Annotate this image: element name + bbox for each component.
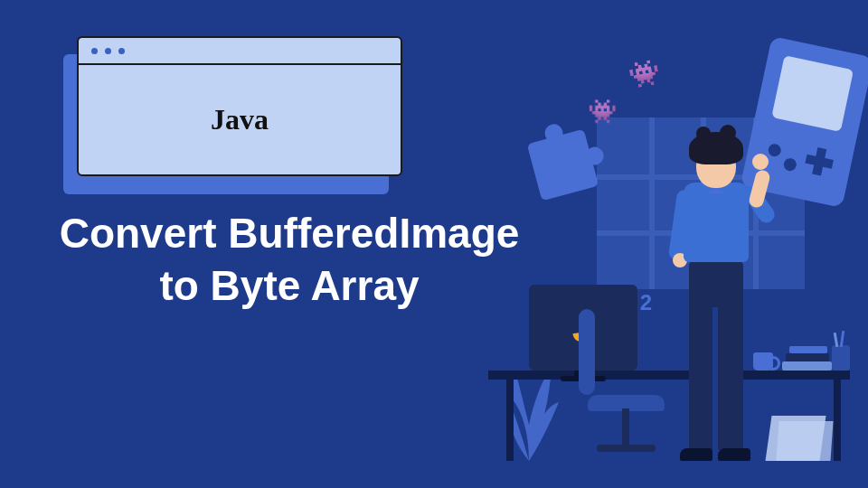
chair-icon — [579, 309, 595, 395]
card-header — [79, 38, 401, 65]
logo-superscript: 2 — [640, 290, 652, 315]
desk-leg-icon — [506, 380, 514, 461]
chair-icon — [597, 445, 656, 452]
card-body: Java — [79, 65, 401, 174]
chair-icon — [622, 408, 629, 445]
desk-leg-icon — [834, 380, 841, 461]
illustration: 👾 👾 J 2 — [488, 27, 850, 461]
person-illustration — [651, 127, 778, 461]
window-dot-icon — [118, 48, 125, 54]
puzzle-piece-icon — [527, 129, 599, 202]
space-invader-icon: 👾 — [588, 98, 617, 126]
card-title: Java — [211, 103, 269, 136]
space-invader-icon: 👾 — [626, 56, 662, 91]
window-dot-icon — [105, 48, 111, 54]
pencil-cup-icon — [832, 345, 850, 371]
window-dot-icon — [91, 48, 98, 54]
main-title: Convert BufferedImage to Byte Array — [54, 208, 524, 312]
books-icon — [782, 334, 832, 371]
title-card: Java — [77, 36, 402, 176]
